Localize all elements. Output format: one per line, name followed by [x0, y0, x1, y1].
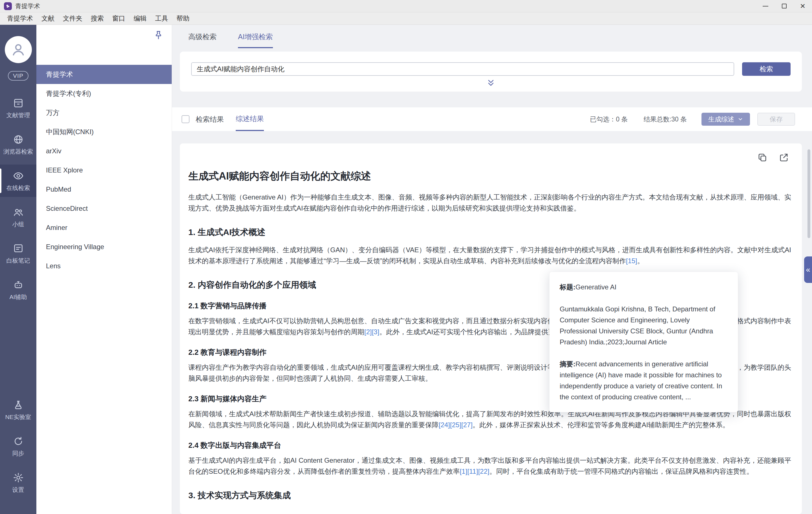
- sidebar-item-online-search[interactable]: 在线检索: [0, 164, 36, 197]
- select-all-checkbox[interactable]: [181, 115, 190, 123]
- results-meta: 已勾选： 0 条 结果总数: 30 条: [590, 115, 687, 124]
- eye-icon: [13, 170, 24, 181]
- database-item[interactable]: Aminer: [36, 218, 172, 237]
- note-icon: [13, 243, 24, 254]
- search-button[interactable]: 检索: [742, 62, 790, 76]
- sidebar-item-groups[interactable]: 小组: [0, 201, 36, 233]
- citation-link[interactable]: [11]: [467, 467, 478, 475]
- database-item[interactable]: ScienceDirect: [36, 199, 172, 218]
- avatar[interactable]: [5, 36, 32, 63]
- sidebar-item-sync[interactable]: 同步: [0, 430, 36, 462]
- app-body: VIP 文献管理 浏览器检索 在线检索 小组 白板笔记: [0, 25, 812, 514]
- menu-item[interactable]: 搜索: [87, 14, 108, 23]
- robot-icon: [13, 279, 24, 291]
- tab-review-results[interactable]: 综述结果: [236, 108, 264, 131]
- double-chevron-down-icon: [486, 79, 496, 88]
- database-item[interactable]: 青提学术: [36, 65, 172, 84]
- vertical-scrollbar[interactable]: [808, 149, 810, 238]
- search-row: 检索: [191, 62, 790, 76]
- citation-link[interactable]: [1]: [460, 467, 467, 475]
- sidebar-item-ne-lab[interactable]: NE实验室: [0, 394, 36, 426]
- library-icon: [13, 97, 24, 109]
- total-count-label: 结果总数:: [644, 115, 671, 124]
- minimize-button[interactable]: [756, 0, 775, 12]
- pushpin-icon: [153, 30, 164, 40]
- menubar: 青提学术文献文件夹搜索窗口编辑工具帮助: [0, 12, 812, 25]
- app-logo-icon: [4, 2, 12, 10]
- sidebar-item-label: 小组: [12, 220, 24, 228]
- citation-link[interactable]: [27]: [461, 421, 472, 429]
- doc-paragraph: 生成式AI依托于深度神经网络、生成对抗网络（GAN）、变分自编码器（VAE）等模…: [188, 244, 791, 266]
- menu-item[interactable]: 青提学术: [3, 14, 37, 23]
- citation-link[interactable]: [15]: [626, 257, 637, 265]
- doc-subsection-heading: 2.4 数字出版与内容集成平台: [188, 441, 791, 450]
- database-item[interactable]: 中国知网(CNKI): [36, 122, 172, 142]
- doc-paragraph: 基于生成式AI的内容生成平台，如AI Content Generator，通过集…: [188, 455, 791, 477]
- menu-item[interactable]: 帮助: [172, 14, 194, 23]
- generate-review-label: 生成综述: [708, 115, 734, 124]
- citation-link[interactable]: [3]: [372, 328, 379, 336]
- tab-search-results[interactable]: 检索结果: [196, 108, 224, 131]
- doc-paragraph: 生成式人工智能（Generative AI）作为一种能够自主生成文本、图像、音频…: [188, 192, 791, 214]
- tooltip-abstract-label: 摘要:: [560, 360, 576, 368]
- globe-icon: [13, 134, 24, 145]
- menu-item[interactable]: 文件夹: [59, 14, 87, 23]
- expand-search-toggle[interactable]: [191, 79, 790, 88]
- database-list: 青提学术青提学术(专利)万方中国知网(CNKI)arXivIEEE Xplore…: [36, 65, 172, 276]
- user-icon: [9, 40, 27, 59]
- pin-button[interactable]: [153, 30, 164, 40]
- tab-ai-enhanced-search[interactable]: AI增强检索: [238, 32, 273, 48]
- sidebar-item-label: 设置: [12, 486, 24, 494]
- tooltip-authors: Guntamukkala Gopi Krishna, B Tech, Depar…: [560, 303, 728, 347]
- total-count-value: 30 条: [671, 115, 687, 124]
- reference-tooltip: 标题:Generative AI Guntamukkala Gopi Krish…: [549, 272, 738, 412]
- sidebar-item-label: AI辅助: [9, 293, 27, 301]
- sidebar-item-label: 同步: [12, 450, 24, 457]
- people-icon: [13, 207, 24, 218]
- search-input[interactable]: [191, 62, 734, 76]
- menu-item[interactable]: 窗口: [108, 14, 129, 23]
- citation-link[interactable]: [25]: [450, 421, 461, 429]
- sidebar-item-label: 白板笔记: [6, 257, 30, 265]
- database-sidebar: 青提学术青提学术(专利)万方中国知网(CNKI)arXivIEEE Xplore…: [36, 25, 172, 514]
- collapse-panel-tab[interactable]: «: [804, 256, 812, 283]
- sidebar-item-library[interactable]: 文献管理: [0, 92, 36, 124]
- citation-link[interactable]: [2]: [364, 328, 372, 336]
- vip-badge[interactable]: VIP: [8, 71, 28, 81]
- copy-button[interactable]: [757, 152, 767, 162]
- citation-link[interactable]: [24]: [439, 421, 450, 429]
- sidebar-item-whiteboard-notes[interactable]: 白板笔记: [0, 237, 36, 270]
- menu-item[interactable]: 工具: [151, 14, 172, 23]
- sidebar-item-ai-assist[interactable]: AI辅助: [0, 274, 36, 306]
- sidebar-item-settings[interactable]: 设置: [0, 466, 36, 499]
- sidebar-item-label: 文献管理: [6, 111, 30, 119]
- menu-item[interactable]: 编辑: [129, 14, 151, 23]
- generate-review-button[interactable]: 生成综述: [701, 113, 750, 126]
- maximize-button[interactable]: [775, 0, 793, 12]
- sidebar-item-browser-search[interactable]: 浏览器检索: [0, 128, 36, 161]
- database-item[interactable]: 万方: [36, 103, 172, 122]
- database-item[interactable]: Engineering Village: [36, 237, 172, 256]
- database-item[interactable]: IEEE Xplore: [36, 161, 172, 180]
- doc-section-heading: 1. 生成式AI技术概述: [188, 226, 791, 238]
- database-item[interactable]: 青提学术(专利): [36, 84, 172, 103]
- menu-item[interactable]: 文献: [37, 14, 59, 23]
- citation-link[interactable]: [22]: [478, 467, 489, 475]
- tooltip-abstract-block: 摘要:Recent advancements in generative art…: [560, 358, 728, 402]
- search-panel: 检索: [180, 52, 802, 92]
- document-actions: [757, 152, 789, 162]
- maximize-icon: [782, 4, 787, 8]
- export-button[interactable]: [779, 152, 789, 162]
- database-item[interactable]: Lens: [36, 256, 172, 276]
- database-item[interactable]: arXiv: [36, 142, 172, 161]
- save-button[interactable]: 保存: [757, 113, 795, 126]
- minimize-icon: [763, 6, 768, 6]
- gear-icon: [13, 472, 24, 483]
- close-button[interactable]: ✕: [793, 0, 812, 12]
- flask-icon: [13, 399, 24, 411]
- tooltip-title-label: 标题:: [560, 283, 576, 291]
- main-area: 高级检索 AI增强检索 检索 检索结果 综述结果 已勾选： 0 条 结果总数: …: [172, 25, 812, 514]
- copy-icon: [757, 152, 767, 162]
- tab-advanced-search[interactable]: 高级检索: [188, 32, 216, 48]
- database-item[interactable]: PubMed: [36, 180, 172, 199]
